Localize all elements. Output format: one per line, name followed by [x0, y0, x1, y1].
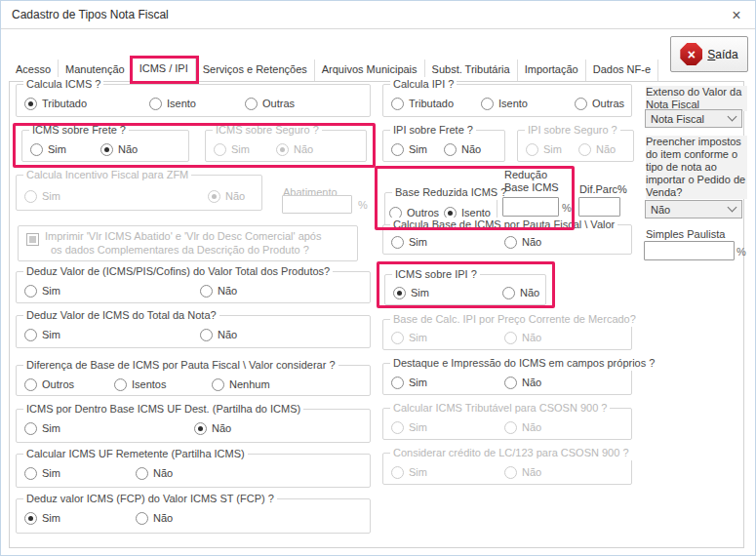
exit-button-label: Saída [707, 48, 737, 61]
tab-importacao[interactable]: Importação [518, 60, 586, 81]
abatimento-percent: % [358, 199, 368, 211]
radio-nao[interactable]: Não [504, 235, 541, 249]
radio-label: Sim [42, 512, 60, 524]
group-deduz-icms-total-nota: Deduz Valor de ICMS do Total da Nota? Si… [16, 315, 371, 348]
radio-icon [200, 329, 213, 341]
radio-label: Não [596, 143, 616, 155]
extenso-valor-label: Extenso do Valor da Nota Fiscal [646, 86, 747, 111]
radio-outras[interactable]: Outras [575, 97, 624, 110]
tab-servicos-retencoes[interactable]: Serviços e Retenções [196, 60, 315, 81]
group-caption: ICMS por Dentro Base ICMS UF Dest. (Part… [23, 402, 303, 417]
radio-sim[interactable]: Sim [24, 511, 60, 525]
reducao-base-icms-label-line1: Redução [504, 169, 547, 180]
radio-nao[interactable]: Não [200, 284, 237, 298]
radio-nao[interactable]: Não [100, 142, 138, 156]
radio-label: Outros [42, 378, 74, 390]
radio-icon [391, 98, 404, 110]
reducao-base-icms-input[interactable] [502, 197, 559, 217]
group-imprimir-vlr-icms: Imprimir 'Vlr ICMS Abatido' e 'Vlr do De… [18, 225, 358, 261]
preencher-impostos-combo[interactable]: Não [645, 200, 742, 218]
radio-outras[interactable]: Outras [245, 97, 295, 110]
radio-nao[interactable]: Não [200, 328, 237, 341]
radio-label: Sim [409, 466, 427, 478]
radio-sim[interactable]: Sim [24, 328, 60, 341]
tab-icms-ipi[interactable]: ICMS / IPI [133, 59, 196, 81]
radio-isento[interactable]: Isento [481, 97, 528, 110]
group-incentivo-zfm: Calcula Incentivo Fiscal para ZFM Sim Nã… [16, 175, 262, 211]
radio-label: Sim [543, 143, 562, 155]
radio-icon [393, 287, 406, 299]
radio-sim: Sim [391, 331, 427, 344]
radio-sim: Sim [526, 142, 562, 156]
radio-icon [208, 190, 220, 203]
reducao-base-icms-label-line2: Base ICMS [504, 181, 559, 193]
radio-tributado[interactable]: Tributado [391, 97, 454, 110]
group-caption: IPI sobre Seguro ? [525, 123, 620, 138]
radio-sim[interactable]: Sim [391, 376, 427, 389]
radio-sim[interactable]: Sim [24, 284, 60, 298]
group-deduz-tributos-produtos: Deduz Valor de (ICMS/PIS/Cofins) do Valo… [16, 271, 371, 303]
abatimento-input [282, 195, 352, 214]
radio-sim: Sim [214, 142, 250, 156]
group-credito-lc123-csosn900: Considerar crédito de LC/123 para CSOSN … [382, 453, 632, 485]
radio-sim: Sim [391, 420, 427, 434]
radio-nao[interactable]: Não [136, 466, 173, 480]
radio-icon [575, 98, 587, 110]
radio-nao[interactable]: Não [136, 511, 173, 525]
radio-isento[interactable]: Isento [149, 97, 196, 110]
radio-icon [24, 467, 37, 480]
radio-label: Sim [409, 332, 427, 343]
radio-icon [391, 236, 404, 249]
tab-page-icms-ipi: Calcula ICMS ? Tributado Isento Outras I… [9, 81, 744, 548]
dif-parc-input[interactable] [578, 197, 620, 217]
radio-isentos[interactable]: Isentos [114, 377, 166, 391]
radio-outros[interactable]: Outros [24, 377, 74, 391]
radio-icon [24, 285, 37, 298]
radio-sim[interactable]: Sim [30, 142, 66, 156]
radio-sim[interactable]: Sim [24, 421, 60, 435]
radio-nao[interactable]: Não [194, 421, 231, 435]
radio-icon [24, 98, 37, 110]
radio-label: Isentos [132, 378, 166, 390]
radio-icon [391, 332, 404, 344]
radio-nenhum[interactable]: Nenhum [212, 377, 270, 391]
group-caption: Destaque e Impressão do ICMS em campos p… [390, 356, 657, 371]
simples-paulista-input[interactable] [644, 241, 735, 260]
radio-icon [30, 143, 43, 156]
group-caption: Calcula Base de ICMS por Pauta Fiscal \ … [390, 218, 617, 232]
group-icms-sobre-seguro: ICMS sobre Seguro ? Sim Não [205, 130, 367, 162]
radio-nao: Não [208, 189, 245, 203]
group-icms-sobre-ipi: ICMS sobre IPI ? Sim Não [384, 274, 546, 305]
radio-icon [391, 143, 404, 156]
exit-button[interactable]: × Saída [670, 36, 748, 72]
radio-nao[interactable]: Não [504, 376, 541, 389]
imprimir-line2: os dados Complementares da Descrição do … [51, 244, 309, 256]
radio-sim[interactable]: Sim [391, 235, 427, 249]
radio-label: Não [218, 285, 237, 297]
dif-parc-label: Dif.Parc% [579, 183, 627, 195]
radio-tributado[interactable]: Tributado [24, 97, 87, 110]
radio-sim[interactable]: Sim [391, 142, 427, 156]
radio-nao: Não [504, 465, 541, 479]
close-icon[interactable]: × [726, 5, 747, 26]
chevron-down-icon [728, 203, 737, 213]
tab-dados-nfe[interactable]: Dados NF-e [586, 60, 658, 81]
radio-icon [504, 466, 517, 479]
radio-icon [200, 285, 213, 298]
group-caption: Calcular ICMS UF Remetente (Partilha ICM… [23, 447, 248, 461]
group-icms-tributavel-csosn900: Calcular ICMS Tributável para CSOSN 900 … [382, 408, 632, 440]
simples-paulista-percent: % [736, 246, 746, 258]
radio-sim: Sim [391, 465, 427, 479]
group-calcula-base-pauta: Calcula Base de ICMS por Pauta Fiscal \ … [382, 224, 632, 255]
radio-nao[interactable]: Não [444, 142, 481, 156]
group-caption: Diferença de Base de ICMS por Pauta Fisc… [23, 358, 338, 373]
radio-icon [100, 143, 113, 156]
radio-sim[interactable]: Sim [24, 466, 60, 480]
group-caption: Deduz Valor de (ICMS/PIS/Cofins) do Valo… [23, 264, 333, 279]
group-caption: Base Reduzida ICMS ? [392, 185, 509, 200]
radio-sim[interactable]: Sim [393, 286, 429, 299]
radio-nao[interactable]: Não [502, 286, 539, 299]
simples-paulista-label: Simples Paulista [646, 228, 725, 240]
group-calcula-ipi: Calcula IPI ? Tributado Isento Outras [382, 84, 632, 117]
extenso-valor-combo[interactable]: Nota Fiscal [645, 109, 742, 128]
